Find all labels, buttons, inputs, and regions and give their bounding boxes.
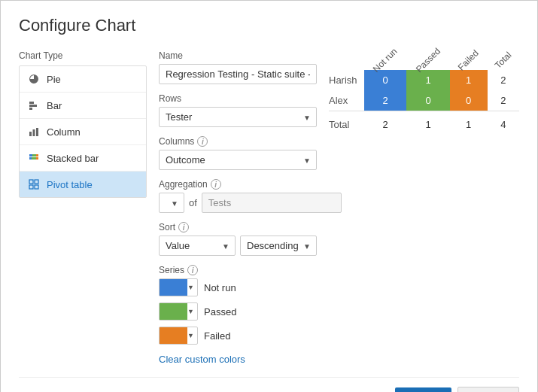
rows-select[interactable]: Tester (159, 107, 317, 127)
pivot-row-label-harish: Harish (329, 70, 364, 90)
svg-rect-8 (36, 154, 38, 156)
dialog-title: Configure Chart (19, 16, 519, 35)
ok-button[interactable]: OK (395, 387, 451, 392)
svg-rect-1 (29, 105, 37, 107)
sort-info-icon[interactable]: i (178, 222, 189, 232)
pivot-row-harish: Harish 0 1 1 2 (329, 70, 519, 90)
rows-group: Rows Tester ▼ (159, 93, 317, 127)
svg-rect-10 (32, 157, 36, 160)
chart-type-panel: Chart Type Pie (19, 50, 147, 365)
bar-label: Bar (47, 100, 62, 111)
sort-row: Value ▼ Descending ▼ (159, 236, 317, 256)
svg-rect-9 (29, 157, 32, 160)
name-label: Name (159, 50, 317, 61)
chart-type-pivot-table[interactable]: Pivot table (20, 172, 146, 197)
pivot-header-row: Not run Passed Failed Total (329, 50, 519, 70)
sort-order-wrapper: Descending ▼ (240, 236, 317, 256)
pivot-corner-cell (329, 50, 364, 70)
svg-rect-13 (35, 180, 38, 184)
series-label: Series i (159, 265, 317, 275)
pivot-cell-alex-passed: 0 (406, 90, 449, 111)
aggregation-row: Count ▼ of (159, 193, 317, 213)
sort-value-wrapper: Value ▼ (159, 236, 236, 256)
pivot-cell-harish-notrun: 0 (364, 70, 407, 90)
columns-select[interactable]: Outcome (159, 150, 317, 170)
pie-label: Pie (47, 74, 61, 85)
pivot-table-icon (27, 178, 41, 191)
agg-of-text: of (189, 197, 197, 208)
pivot-header-notrun: Not run (364, 50, 407, 70)
aggregation-measure-input (202, 193, 342, 213)
pivot-cell-harish-total: 2 (488, 70, 519, 90)
columns-info-icon[interactable]: i (197, 136, 208, 147)
pivot-table-label: Pivot table (47, 179, 93, 190)
series-notrun-color-btn[interactable]: ▼ (159, 278, 198, 296)
svg-rect-7 (32, 154, 36, 156)
aggregation-info-icon[interactable]: i (211, 179, 221, 190)
aggregation-select[interactable]: Count (159, 193, 184, 213)
pie-icon (27, 72, 41, 86)
pivot-total-row: Total 2 1 1 4 (329, 111, 519, 135)
sort-order-select[interactable]: Descending (240, 236, 317, 256)
columns-label: Columns i (159, 136, 317, 147)
series-notrun-chevron-icon: ▼ (187, 284, 194, 291)
svg-rect-14 (29, 185, 33, 189)
chart-type-pie[interactable]: Pie (20, 66, 146, 93)
chart-type-bar[interactable]: Bar (20, 93, 146, 119)
pivot-header-total: Total (488, 50, 519, 70)
dialog-footer: OK Cancel (19, 377, 519, 392)
pivot-cell-alex-total: 2 (488, 90, 519, 111)
rows-select-wrapper: Tester ▼ (159, 107, 317, 127)
pivot-total-failed: 1 (450, 111, 488, 135)
pivot-row-alex: Alex 2 0 0 2 (329, 90, 519, 111)
series-failed-chevron-icon: ▼ (187, 332, 194, 339)
columns-group: Columns i Outcome ▼ (159, 136, 317, 170)
pivot-cell-alex-failed: 0 (450, 90, 488, 111)
series-passed-label: Passed (204, 306, 236, 318)
pivot-total-total: 4 (488, 111, 519, 135)
pivot-table-wrapper: Not run Passed Failed Total (329, 50, 519, 135)
cancel-button[interactable]: Cancel (457, 387, 519, 392)
pivot-header-failed: Failed (450, 50, 488, 70)
bar-icon (27, 99, 41, 112)
series-item-notrun: ▼ Not run (159, 278, 317, 296)
column-icon (27, 125, 41, 138)
pivot-total-passed: 1 (406, 111, 449, 135)
stacked-bar-icon (27, 151, 41, 165)
pivot-cell-alex-notrun: 2 (364, 90, 407, 111)
chart-type-label: Chart Type (19, 50, 147, 61)
svg-rect-3 (29, 132, 32, 136)
preview-panel: Not run Passed Failed Total (329, 50, 519, 365)
aggregation-label: Aggregation i (159, 179, 317, 190)
series-item-passed: ▼ Passed (159, 302, 317, 321)
rows-label: Rows (159, 93, 317, 104)
name-group: Name (159, 50, 317, 84)
name-input[interactable] (159, 64, 317, 84)
sort-value-select[interactable]: Value (159, 236, 236, 256)
series-passed-color-btn[interactable]: ▼ (159, 302, 198, 321)
stacked-bar-label: Stacked bar (47, 153, 99, 164)
series-passed-chevron-icon: ▼ (187, 308, 194, 315)
svg-rect-12 (29, 180, 33, 184)
svg-rect-15 (35, 185, 38, 189)
pivot-cell-harish-passed: 1 (406, 70, 449, 90)
svg-rect-5 (36, 128, 38, 136)
series-info-icon[interactable]: i (187, 265, 198, 275)
chart-type-stacked-bar[interactable]: Stacked bar (20, 145, 146, 172)
column-label: Column (47, 126, 81, 138)
svg-rect-4 (33, 129, 35, 136)
series-failed-label: Failed (204, 330, 230, 342)
series-failed-color-btn[interactable]: ▼ (159, 327, 198, 345)
svg-rect-2 (29, 108, 32, 110)
chart-type-column[interactable]: Column (20, 119, 146, 145)
series-item-failed: ▼ Failed (159, 327, 317, 345)
pivot-cell-harish-failed: 1 (450, 70, 488, 90)
svg-rect-0 (29, 102, 34, 104)
clear-custom-colors-link[interactable]: Clear custom colors (159, 354, 245, 365)
columns-select-wrapper: Outcome ▼ (159, 150, 317, 170)
sort-label: Sort i (159, 222, 317, 232)
settings-panel: Name Rows Tester ▼ Columns i (159, 50, 317, 365)
series-section: Series i ▼ Not run ▼ Passed (159, 265, 317, 365)
aggregation-group: Aggregation i Count ▼ of (159, 179, 317, 213)
dialog-body: Chart Type Pie (19, 50, 519, 365)
